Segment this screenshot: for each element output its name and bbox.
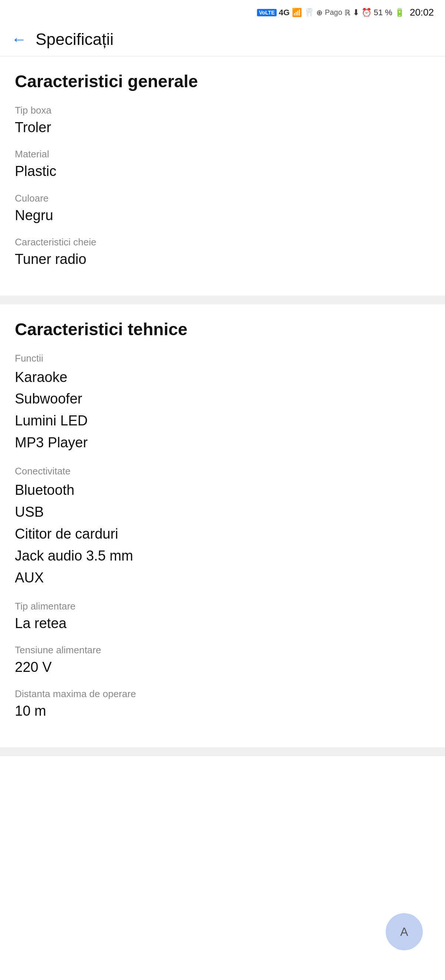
spec-caracteristici-cheie-value: Tuner radio xyxy=(15,250,430,268)
signal-bars-icon: 📶 xyxy=(292,8,302,18)
section-tehnice: Caracteristici tehnice Functii KaraokeSu… xyxy=(0,304,445,747)
page-title: Specificații xyxy=(36,30,114,49)
battery-icon: 🔋 xyxy=(394,8,405,18)
section-tehnice-title: Caracteristici tehnice xyxy=(15,319,430,339)
spec-tensiune-value: 220 V xyxy=(15,658,430,676)
spec-caracteristici-cheie-label: Caracteristici cheie xyxy=(15,237,430,248)
section-general-title: Caracteristici generale xyxy=(15,71,430,91)
spec-tensiune-label: Tensiune alimentare xyxy=(15,644,430,656)
spec-material-label: Material xyxy=(15,148,430,160)
wifi-icon: ⊕ xyxy=(316,8,323,17)
pogo-icon: Pago xyxy=(325,8,342,17)
section-general: Caracteristici generale Tip boxa Troler … xyxy=(0,56,445,296)
spec-functii-value: KaraokeSubwooferLumini LEDMP3 Player xyxy=(15,366,430,454)
spec-tip-alimentare-label: Tip alimentare xyxy=(15,601,430,612)
battery-percent: 51 % xyxy=(374,8,392,18)
section-divider xyxy=(0,296,445,304)
spec-tip-alimentare: Tip alimentare La retea xyxy=(15,601,430,633)
back-button[interactable]: ← xyxy=(11,32,27,47)
status-icons: VoLTE 4G 📶 🦷 ⊕ Pago ℝ ⬇ ⏰ 51 % 🔋 20:02 xyxy=(257,7,434,18)
download-icon: ⬇ xyxy=(353,8,359,18)
spec-culoare: Culoare Negru xyxy=(15,192,430,224)
bottom-divider xyxy=(0,747,445,756)
spec-distanta-value: 10 m xyxy=(15,702,430,720)
spec-conectivitate-value: BluetoothUSBCititor de carduriJack audio… xyxy=(15,479,430,589)
spec-functii: Functii KaraokeSubwooferLumini LEDMP3 Pl… xyxy=(15,353,430,454)
spec-conectivitate: Conectivitate BluetoothUSBCititor de car… xyxy=(15,466,430,589)
status-time: 20:02 xyxy=(410,7,434,18)
floating-action-button[interactable]: A xyxy=(386,913,423,950)
spec-tip-boxa-value: Troler xyxy=(15,118,430,137)
spec-culoare-value: Negru xyxy=(15,207,430,224)
spec-conectivitate-label: Conectivitate xyxy=(15,466,430,477)
signal-4g-icon: 4G xyxy=(279,8,290,18)
spec-culoare-label: Culoare xyxy=(15,192,430,204)
volte-icon: VoLTE xyxy=(257,9,276,16)
spec-tensiune: Tensiune alimentare 220 V xyxy=(15,644,430,676)
bluetooth-icon: 🦷 xyxy=(304,8,314,18)
spec-caracteristici-cheie: Caracteristici cheie Tuner radio xyxy=(15,237,430,268)
spec-functii-label: Functii xyxy=(15,353,430,364)
spec-material-value: Plastic xyxy=(15,162,430,180)
status-bar: VoLTE 4G 📶 🦷 ⊕ Pago ℝ ⬇ ⏰ 51 % 🔋 20:02 xyxy=(0,0,445,23)
unknown-icon: ℝ xyxy=(345,8,350,17)
alarm-icon: ⏰ xyxy=(361,8,372,18)
spec-tip-boxa: Tip boxa Troler xyxy=(15,105,430,137)
spec-distanta: Distanta maxima de operare 10 m xyxy=(15,688,430,720)
spec-distanta-label: Distanta maxima de operare xyxy=(15,688,430,700)
header: ← Specificații xyxy=(0,23,445,56)
spec-tip-boxa-label: Tip boxa xyxy=(15,105,430,116)
spec-tip-alimentare-value: La retea xyxy=(15,614,430,633)
spec-material: Material Plastic xyxy=(15,148,430,180)
